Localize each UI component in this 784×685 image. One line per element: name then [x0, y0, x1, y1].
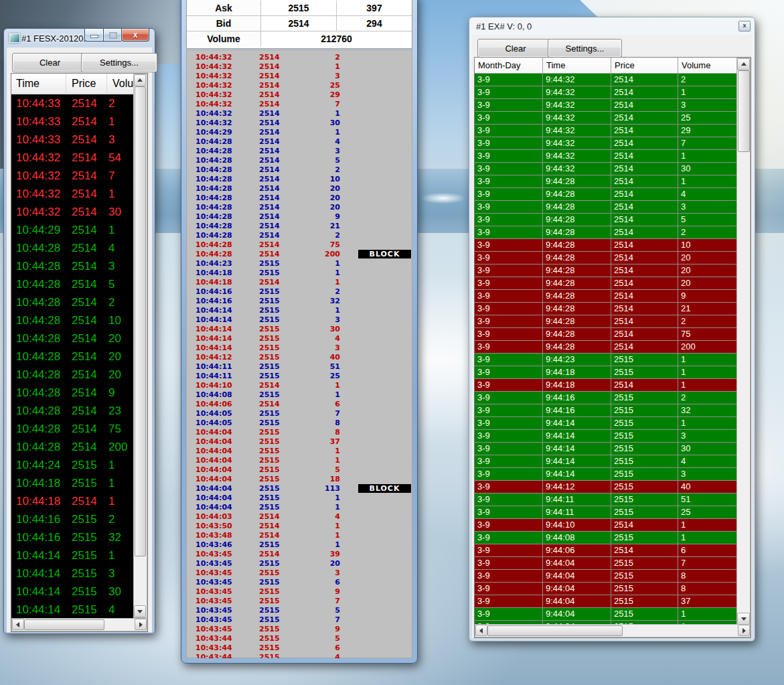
table-row[interactable]: 10:44:10 2514 1 BLOCK [186, 381, 412, 390]
table-row[interactable]: 10:43:50 2514 1 BLOCK [186, 522, 412, 531]
table-row[interactable]: 10:44:04 2515 37 BLOCK [186, 437, 412, 447]
table-row[interactable]: 3-9 9:44:04 2515 8 [475, 570, 737, 583]
table-row[interactable]: 3-9 9:44:28 2514 20 [475, 252, 737, 264]
table-row[interactable]: 10:44:28 2514 75 BLOCK [186, 240, 412, 250]
table-row[interactable]: 10:44:28 2514 5 BLOCK [186, 156, 412, 165]
table-row[interactable]: 3-9 9:44:32 2514 25 [475, 112, 737, 125]
table-row[interactable]: 3-9 9:44:28 2514 5 [475, 214, 737, 226]
table-row[interactable]: 3-9 9:44:28 2514 21 [475, 303, 737, 315]
scroll-down-button[interactable] [737, 613, 750, 625]
table-row[interactable]: 10:43:48 2514 1 BLOCK [186, 531, 412, 540]
table-row[interactable]: 3-9 9:44:04 2515 1 [475, 608, 737, 621]
table-row[interactable]: 3-9 9:44:14 2515 1 [475, 417, 737, 430]
table-row[interactable]: 10:44:04 2515 1 BLOCK [186, 447, 412, 456]
table-row[interactable]: 10:44:11 2515 25 BLOCK [186, 372, 412, 381]
table-row[interactable]: 10:44:06 2514 6 BLOCK [186, 400, 412, 409]
table-row[interactable]: 10:44:04 2515 1 BLOCK [186, 503, 412, 512]
table-row[interactable]: 10:44:08 2515 1 BLOCK [186, 390, 412, 400]
table-row[interactable]: 10:44:28 2514 4 [11, 239, 135, 257]
table-row[interactable]: 10:44:14 2515 4 BLOCK [186, 334, 412, 344]
table-row[interactable]: 3-9 9:44:14 2515 30 [475, 443, 737, 455]
table-row[interactable]: 10:44:05 2515 7 BLOCK [186, 409, 412, 418]
table-row[interactable]: 10:44:28 2514 20 [11, 329, 135, 348]
table-row[interactable]: 10:44:16 2515 2 [11, 510, 135, 528]
table-row[interactable]: 10:44:29 2514 1 [11, 221, 135, 239]
table-row[interactable]: 10:44:32 2514 1 BLOCK [186, 109, 412, 119]
table-row[interactable]: 10:44:32 2514 30 BLOCK [186, 119, 412, 128]
table-row[interactable]: 10:44:28 2514 23 [11, 402, 135, 420]
table-row[interactable]: 3-9 9:44:04 2515 37 [475, 595, 737, 608]
table-row[interactable]: 10:44:28 2514 20 BLOCK [186, 194, 412, 203]
table-row[interactable]: 3-9 9:44:28 2514 2 [475, 226, 737, 239]
table-row[interactable]: 3-9 9:44:12 2515 40 [475, 481, 737, 493]
table-row[interactable]: 10:44:28 2514 75 [11, 420, 135, 438]
table-row[interactable]: 10:44:28 2514 9 BLOCK [186, 212, 412, 222]
scroll-right-button[interactable] [135, 619, 147, 630]
table-row[interactable]: 10:44:04 2515 113 BLOCK [186, 484, 412, 493]
table-row[interactable]: 3-9 9:44:32 2514 3 [475, 99, 737, 112]
horizontal-scrollbar[interactable] [475, 624, 751, 637]
table-row[interactable]: 3-9 9:44:18 2515 1 [475, 366, 737, 379]
table-row[interactable]: 10:44:28 2514 200 BLOCK [186, 250, 412, 259]
table-row[interactable]: 10:43:44 2515 4 BLOCK [186, 653, 412, 658]
table-row[interactable]: 10:44:14 2515 30 [11, 583, 135, 601]
table-row[interactable]: 3-9 9:44:28 2514 4 [475, 188, 737, 201]
table-row[interactable]: 3-9 9:44:28 2514 9 [475, 290, 737, 303]
table-row[interactable]: 10:44:32 2514 2 BLOCK [186, 53, 412, 62]
table-row[interactable]: 10:43:44 2515 5 BLOCK [186, 634, 412, 643]
table-row[interactable]: 10:44:28 2514 2 BLOCK [186, 165, 412, 175]
table-row[interactable]: 10:44:12 2515 40 BLOCK [186, 353, 412, 362]
table-row[interactable]: 10:44:28 2514 4 BLOCK [186, 137, 412, 147]
table-row[interactable]: 10:44:28 2514 20 BLOCK [186, 184, 412, 194]
clear-button[interactable]: Clear [12, 53, 88, 72]
table-row[interactable]: 10:43:45 2515 7 BLOCK [186, 615, 412, 625]
table-row[interactable]: 10:44:04 2515 1 BLOCK [186, 493, 412, 503]
table-row[interactable]: 3-9 9:44:28 2514 10 [475, 239, 737, 252]
scrollbar-thumb[interactable] [24, 619, 104, 630]
column-header-price[interactable]: Price [611, 58, 678, 74]
settings-button[interactable]: Settings... [548, 39, 622, 58]
minimize-button[interactable] [84, 29, 104, 42]
table-row[interactable]: 10:44:11 2515 51 BLOCK [186, 362, 412, 372]
scroll-up-button[interactable] [134, 74, 146, 86]
scroll-up-button[interactable] [737, 58, 750, 70]
table-row[interactable]: 10:44:04 2515 18 BLOCK [186, 475, 412, 484]
table-row[interactable]: 3-9 9:44:11 2515 25 [475, 506, 737, 519]
table-row[interactable]: 10:44:18 2515 1 [11, 474, 135, 492]
table-row[interactable]: 10:44:14 2515 4 [11, 601, 135, 618]
scroll-left-button[interactable] [475, 625, 487, 636]
table-row[interactable]: 3-9 9:44:11 2515 51 [475, 493, 737, 506]
table-row[interactable]: 10:44:04 2515 5 BLOCK [186, 465, 412, 475]
titlebar[interactable]: #1 FESX-20120... x [4, 29, 155, 48]
column-header-time[interactable]: Time [543, 58, 611, 74]
table-row[interactable]: 3-9 9:44:28 2514 3 [475, 201, 737, 214]
table-row[interactable]: 10:44:28 2514 3 [11, 257, 135, 275]
table-row[interactable]: 3-9 9:44:32 2514 1 [475, 150, 737, 163]
table-row[interactable]: 10:44:18 2514 1 BLOCK [186, 278, 412, 287]
table-row[interactable]: 10:43:45 2514 39 BLOCK [186, 550, 412, 559]
table-row[interactable]: 10:43:45 2515 20 BLOCK [186, 559, 412, 568]
table-row[interactable]: 10:44:28 2514 3 BLOCK [186, 147, 412, 156]
table-row[interactable]: 3-9 9:44:28 2514 1 [475, 175, 737, 188]
table-row[interactable]: 10:44:33 2514 3 [11, 131, 135, 149]
table-row[interactable]: 10:44:28 2514 2 [11, 293, 135, 311]
scrollbar-thumb[interactable] [487, 625, 623, 636]
table-row[interactable]: 10:44:28 2514 20 BLOCK [186, 203, 412, 212]
table-row[interactable]: 10:44:05 2515 8 BLOCK [186, 418, 412, 428]
column-header-volume[interactable]: Volume [678, 58, 737, 74]
table-row[interactable]: 10:44:28 2514 5 [11, 275, 135, 293]
table-row[interactable]: 3-9 9:44:14 2515 3 [475, 468, 737, 481]
scrollbar-thumb[interactable] [738, 70, 750, 152]
table-row[interactable]: 10:44:32 2514 25 BLOCK [186, 81, 412, 90]
table-row[interactable]: 10:44:14 2515 3 [11, 564, 135, 583]
table-row[interactable]: 10:44:04 2515 8 BLOCK [186, 428, 412, 437]
table-row[interactable]: 3-9 9:44:32 2514 2 [475, 74, 737, 86]
column-header-month-day[interactable]: Month-Day [475, 58, 543, 74]
table-row[interactable]: 10:44:03 2514 4 BLOCK [186, 512, 412, 522]
table-row[interactable]: 10:43:45 2515 7 BLOCK [186, 597, 412, 606]
table-row[interactable]: 10:44:04 2515 1 BLOCK [186, 456, 412, 465]
table-row[interactable]: 10:44:32 2514 30 [11, 203, 135, 221]
table-row[interactable]: 3-9 9:44:32 2514 30 [475, 163, 737, 175]
table-row[interactable]: 10:44:28 2514 21 BLOCK [186, 222, 412, 231]
table-row[interactable]: 10:44:28 2514 200 [11, 438, 135, 456]
